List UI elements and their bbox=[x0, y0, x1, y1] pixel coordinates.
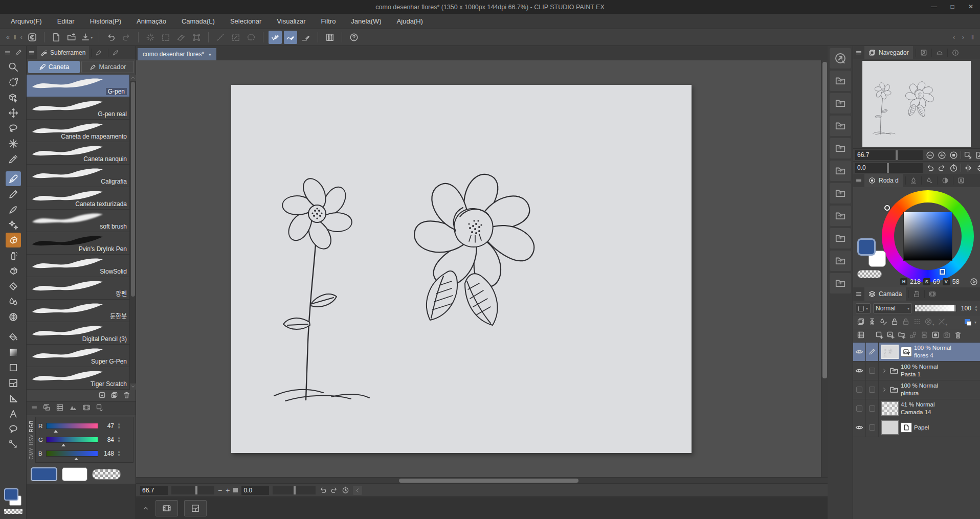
expand-dock-icon[interactable] bbox=[142, 505, 149, 512]
blend-tool[interactable] bbox=[6, 294, 21, 309]
navigator-zoom-field[interactable]: 66.7 bbox=[855, 150, 923, 160]
text-tool[interactable] bbox=[6, 406, 21, 421]
navigator-alt-tab[interactable] bbox=[931, 49, 947, 57]
toolbar-grip[interactable]: ‹ bbox=[20, 34, 23, 41]
subtool-tab-marcador[interactable]: Marcador bbox=[81, 61, 134, 73]
main-color-swatch[interactable] bbox=[4, 488, 18, 501]
brush-item[interactable]: SlowSolid bbox=[27, 255, 129, 277]
minimize-button[interactable]: — bbox=[925, 0, 943, 14]
vertical-scrollbar[interactable] bbox=[821, 60, 828, 477]
panel-nav-glyph[interactable]: ‖ bbox=[971, 34, 974, 41]
brush-item[interactable]: Caneta nanquin bbox=[27, 142, 129, 165]
lock-button[interactable] bbox=[890, 318, 899, 327]
subview-palette-button[interactable] bbox=[184, 500, 207, 516]
x-circle-button[interactable]: ▾ bbox=[924, 318, 934, 327]
menu-item[interactable]: Ajuda(H) bbox=[389, 14, 431, 29]
channel-slider[interactable] bbox=[46, 423, 98, 429]
camera-box-button[interactable] bbox=[943, 331, 951, 341]
rotate-view-tool[interactable] bbox=[6, 75, 21, 89]
brush-item[interactable]: Caligrafia bbox=[27, 165, 129, 187]
brush-item[interactable]: Super G-Pen bbox=[27, 345, 129, 367]
panel-nav-glyph[interactable]: ‹ bbox=[953, 34, 955, 41]
brush-item[interactable]: 둔한붓 bbox=[27, 300, 129, 322]
layer-effect-dropdown[interactable]: ▾ bbox=[856, 303, 871, 313]
material-folder-button[interactable] bbox=[830, 251, 851, 271]
layer-edit-cell[interactable] bbox=[866, 380, 879, 399]
channel-slider[interactable] bbox=[46, 437, 98, 443]
undo-button[interactable] bbox=[104, 31, 118, 44]
snap-curve-button[interactable] bbox=[284, 31, 297, 44]
lock-button[interactable] bbox=[902, 318, 910, 327]
toolbar-grip[interactable]: « bbox=[6, 34, 10, 41]
layer-row[interactable]: 100 % Normalpintura bbox=[853, 380, 980, 399]
maximize-button[interactable]: □ bbox=[943, 0, 962, 14]
pen-dashed-button[interactable] bbox=[229, 31, 242, 44]
snap-line-button[interactable] bbox=[299, 31, 313, 44]
layer-row[interactable]: Papel bbox=[853, 418, 980, 437]
collapse-status-button[interactable] bbox=[353, 486, 362, 495]
dots-grid-button[interactable] bbox=[913, 318, 921, 327]
pastel-tool[interactable] bbox=[6, 233, 21, 247]
layer-visibility-cell[interactable] bbox=[853, 343, 866, 361]
channel-stepper[interactable]: ∧∨ bbox=[118, 423, 120, 429]
zoom-in-circle-button[interactable] bbox=[937, 150, 947, 161]
layer-edit-cell[interactable] bbox=[866, 343, 879, 361]
menu-item[interactable]: Arquivo(F) bbox=[3, 14, 50, 29]
blend-mode-dropdown[interactable]: Normal▾ bbox=[873, 303, 912, 313]
material-folder-button[interactable] bbox=[830, 206, 851, 226]
tool-palette-tab-icon[interactable] bbox=[15, 49, 22, 56]
trash-button[interactable] bbox=[954, 331, 962, 341]
zoom-tool[interactable] bbox=[6, 59, 21, 74]
scroll-down-icon[interactable] bbox=[130, 383, 136, 390]
material-folder-button[interactable] bbox=[830, 228, 851, 249]
new-vector-button[interactable] bbox=[886, 331, 895, 341]
layer-visibility-cell[interactable] bbox=[853, 399, 866, 418]
workspace[interactable] bbox=[136, 60, 828, 477]
transform-frame-button[interactable] bbox=[190, 31, 203, 44]
zoom-value-field[interactable]: 66.7 bbox=[140, 486, 168, 495]
quick-access-button[interactable] bbox=[830, 48, 851, 69]
brush-item[interactable]: G-pen bbox=[27, 75, 129, 97]
menu-item[interactable]: Janela(W) bbox=[343, 14, 389, 29]
layer-edit-cell[interactable] bbox=[866, 362, 879, 380]
transparent-color-swatch[interactable] bbox=[4, 509, 23, 514]
expand-folder-icon[interactable] bbox=[881, 368, 887, 373]
navigator-alt-tab[interactable] bbox=[916, 49, 931, 57]
slash-pen-button[interactable]: ▾ bbox=[938, 318, 948, 327]
brush-item[interactable]: G-pen real bbox=[27, 97, 129, 120]
menu-item[interactable]: Selecionar bbox=[222, 14, 269, 29]
figure-tool[interactable] bbox=[6, 360, 21, 375]
palette-tab-mountains[interactable] bbox=[69, 403, 77, 413]
material-folder-button[interactable] bbox=[830, 161, 851, 181]
operation-tool[interactable] bbox=[6, 90, 21, 105]
auto-select-tool[interactable] bbox=[6, 136, 21, 151]
flip-vertical-button[interactable] bbox=[974, 163, 980, 173]
navigator-alt-tab[interactable] bbox=[947, 49, 963, 57]
fill-tool[interactable] bbox=[6, 329, 21, 344]
wheel-transparent-swatch[interactable] bbox=[857, 270, 882, 278]
wheel-mode-toggle-icon[interactable] bbox=[970, 278, 978, 286]
canvas[interactable] bbox=[231, 85, 692, 453]
reset-rotation-button[interactable] bbox=[948, 163, 959, 173]
mask-circle-button[interactable] bbox=[931, 331, 940, 341]
palette-tab-squares-grid[interactable] bbox=[42, 403, 51, 413]
opacity-slider[interactable] bbox=[915, 305, 956, 312]
brush-tool[interactable] bbox=[6, 202, 21, 217]
layer-menu-icon[interactable] bbox=[856, 291, 862, 297]
pencil-tool[interactable] bbox=[6, 187, 21, 201]
brush-item[interactable]: Pvin's DryInk Pen bbox=[27, 232, 129, 255]
brush-list-scrollbar[interactable] bbox=[129, 75, 136, 390]
zoom-out-button[interactable]: − bbox=[218, 486, 222, 494]
droplet-pen-button[interactable] bbox=[879, 318, 887, 327]
material-folder-button[interactable] bbox=[830, 93, 851, 114]
layer-visibility-cell[interactable] bbox=[853, 362, 866, 380]
color-mode-tab-rgb[interactable]: RGB bbox=[29, 420, 34, 432]
undo-button[interactable] bbox=[925, 163, 936, 173]
panel-nav-glyph[interactable]: › bbox=[962, 34, 964, 41]
layer-alt-tab[interactable] bbox=[908, 290, 924, 298]
wedge-button[interactable] bbox=[174, 31, 188, 44]
dashed-square-button[interactable] bbox=[159, 31, 172, 44]
wheel-menu-icon[interactable] bbox=[856, 177, 862, 184]
layer-alt-tab[interactable] bbox=[924, 290, 940, 298]
color-wheel-alt-tab[interactable] bbox=[905, 176, 921, 185]
